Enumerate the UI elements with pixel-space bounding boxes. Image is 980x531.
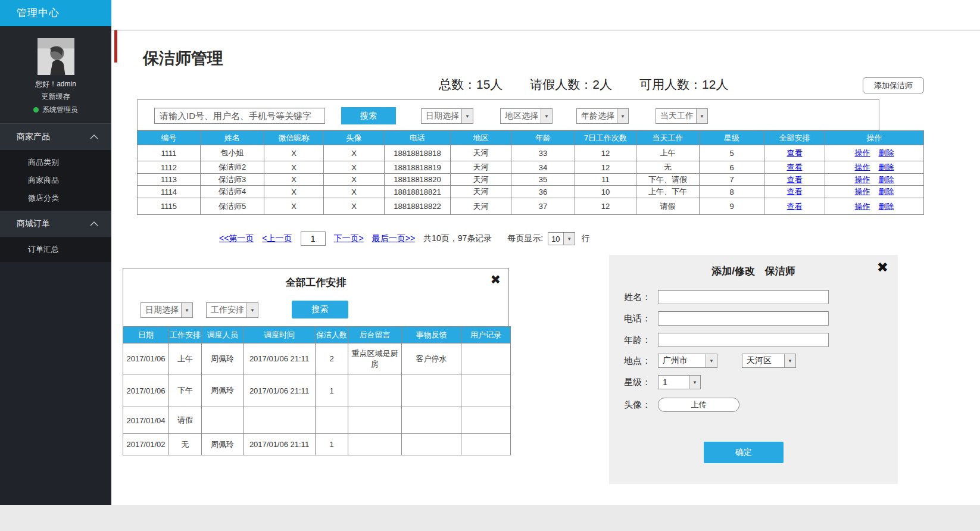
page-number-input[interactable] bbox=[301, 232, 326, 246]
pagination: <<第一页 <上一页 下一页> 最后一页>> 共10页，97条记录 每页显示: … bbox=[219, 231, 589, 246]
star-select[interactable]: 1 ▼ bbox=[658, 375, 701, 389]
role-label: 系统管理员 bbox=[42, 105, 78, 114]
sidebar-item[interactable]: 商家商品 bbox=[0, 171, 111, 189]
schedule-modal: 全部工作安排 ✖ 日期选择 ▼ 工作安排 ▼ 搜索 日期工作安排调度人员调度时间… bbox=[123, 268, 509, 455]
dropdown-arrow-icon: ▼ bbox=[689, 376, 700, 389]
sidebar-item[interactable]: 微店分类 bbox=[0, 189, 111, 207]
stat-on-leave: 请假人数：2人 bbox=[530, 76, 612, 93]
staff-cell-actions: 操作删除 bbox=[825, 198, 924, 215]
schedule-search-button[interactable]: 搜索 bbox=[292, 301, 348, 318]
refresh-cache-link[interactable]: 更新缓存 bbox=[0, 92, 111, 102]
city-select[interactable]: 广州市 ▼ bbox=[658, 354, 717, 368]
date-filter-select[interactable]: 日期选择 ▼ bbox=[421, 108, 473, 124]
schedule-cell bbox=[461, 407, 511, 434]
close-icon[interactable]: ✖ bbox=[877, 261, 888, 274]
staff-cell: 18818818819 bbox=[385, 161, 451, 174]
stat-available: 可用人数：12人 bbox=[639, 76, 728, 93]
sidebar-item[interactable]: 商品类别 bbox=[0, 154, 111, 171]
profile-section: 您好！admin 更新缓存 系统管理员 bbox=[0, 26, 111, 124]
edit-staff-link[interactable]: 操作 bbox=[855, 187, 870, 196]
dropdown-arrow-icon: ▼ bbox=[696, 109, 707, 123]
next-page-link[interactable]: 下一页> bbox=[334, 233, 364, 244]
first-page-link[interactable]: <<第一页 bbox=[219, 233, 254, 244]
schedule-cell bbox=[244, 407, 316, 434]
staff-cell-actions: 操作删除 bbox=[825, 161, 924, 174]
staff-cell: 37 bbox=[511, 198, 575, 215]
staff-cell: 上午 bbox=[636, 145, 700, 161]
sidebar-menu: 商家产品商品类别商家商品微店分类商城订单订单汇总 bbox=[0, 124, 111, 262]
confirm-button[interactable]: 确定 bbox=[704, 442, 784, 463]
staff-col-header: 7日工作次数 bbox=[575, 131, 636, 145]
edit-staff-link[interactable]: 操作 bbox=[855, 175, 870, 184]
sidebar-section-1[interactable]: 商城订单 bbox=[0, 211, 111, 237]
staff-cell: X bbox=[264, 161, 324, 174]
staff-col-header: 地区 bbox=[451, 131, 511, 145]
schedule-cell: 周佩玲 bbox=[202, 374, 244, 407]
schedule-col-header: 调度人员 bbox=[202, 327, 244, 343]
search-input[interactable] bbox=[154, 108, 325, 124]
upload-button[interactable]: 上传 bbox=[658, 398, 739, 412]
staff-cell: 包小姐 bbox=[201, 145, 264, 161]
age-field[interactable] bbox=[658, 333, 829, 347]
stat-total: 总数：15人 bbox=[439, 76, 503, 93]
delete-staff-link[interactable]: 删除 bbox=[879, 202, 894, 211]
prev-page-link[interactable]: <上一页 bbox=[262, 233, 292, 244]
edit-staff-link[interactable]: 操作 bbox=[855, 148, 870, 157]
delete-staff-link[interactable]: 删除 bbox=[879, 187, 894, 196]
schedule-cell: 2017/01/06 21:11 bbox=[244, 374, 316, 407]
staff-cell: 天河 bbox=[451, 198, 511, 215]
schedule-shift-select[interactable]: 工作安排 ▼ bbox=[206, 302, 258, 318]
staff-row: 1113保洁师3XX18818818820天河3511下午、请假7查看操作删除 bbox=[138, 174, 924, 186]
staff-cell: X bbox=[324, 198, 385, 215]
select-value: 年龄选择 bbox=[577, 109, 617, 123]
schedule-cell bbox=[461, 374, 511, 407]
edit-staff-link[interactable]: 操作 bbox=[855, 163, 870, 171]
schedule-cell: 2017/01/06 bbox=[123, 343, 169, 374]
staff-cell: X bbox=[324, 145, 385, 161]
staff-cell: 1113 bbox=[138, 174, 201, 186]
dropdown-arrow-icon: ▼ bbox=[461, 109, 473, 123]
schedule-col-header: 日期 bbox=[123, 327, 169, 343]
delete-staff-link[interactable]: 删除 bbox=[879, 163, 894, 171]
staff-cell-actions: 操作删除 bbox=[825, 186, 924, 198]
sidebar-section-0[interactable]: 商家产品 bbox=[0, 124, 111, 150]
staff-cell-schedule: 查看 bbox=[764, 145, 825, 161]
chevron-up-icon bbox=[90, 221, 98, 226]
per-page-select[interactable]: 10 ▼ bbox=[548, 232, 575, 245]
staff-col-header: 电话 bbox=[385, 131, 451, 145]
avatar-photo bbox=[38, 38, 74, 75]
view-schedule-link[interactable]: 查看 bbox=[787, 148, 803, 157]
close-icon[interactable]: ✖ bbox=[490, 273, 501, 286]
schedule-date-select[interactable]: 日期选择 ▼ bbox=[141, 302, 193, 318]
staff-col-header: 年龄 bbox=[511, 131, 575, 145]
schedule-cell bbox=[202, 407, 244, 434]
sidebar-item[interactable]: 订单汇总 bbox=[0, 240, 111, 258]
view-schedule-link[interactable]: 查看 bbox=[787, 175, 803, 184]
schedule-cell bbox=[316, 407, 348, 434]
staff-cell: 18818818818 bbox=[385, 145, 451, 161]
name-field[interactable] bbox=[658, 290, 829, 304]
schedule-col-header: 保洁人数 bbox=[316, 327, 348, 343]
staff-cell: X bbox=[264, 198, 324, 215]
search-button[interactable]: 搜索 bbox=[341, 107, 396, 124]
delete-staff-link[interactable]: 删除 bbox=[879, 148, 894, 157]
view-schedule-link[interactable]: 查看 bbox=[787, 163, 803, 171]
schedule-cell: 请假 bbox=[169, 407, 202, 434]
delete-staff-link[interactable]: 删除 bbox=[879, 175, 894, 184]
age-filter-select[interactable]: 年龄选择 ▼ bbox=[576, 108, 629, 124]
edit-staff-link[interactable]: 操作 bbox=[855, 202, 870, 211]
region-filter-select[interactable]: 地区选择 ▼ bbox=[500, 108, 553, 124]
view-schedule-link[interactable]: 查看 bbox=[787, 187, 803, 196]
phone-field[interactable] bbox=[658, 311, 829, 326]
staff-cell: X bbox=[264, 145, 324, 161]
staff-cell: 36 bbox=[511, 186, 575, 198]
add-staff-button[interactable]: 添加保洁师 bbox=[863, 77, 924, 93]
last-page-link[interactable]: 最后一页>> bbox=[372, 233, 415, 244]
role-text: 系统管理员 bbox=[0, 105, 111, 115]
view-schedule-link[interactable]: 查看 bbox=[787, 202, 803, 211]
staff-cell: 11 bbox=[575, 174, 636, 186]
today-work-filter-select[interactable]: 当天工作 ▼ bbox=[656, 108, 708, 124]
district-select[interactable]: 天河区 ▼ bbox=[742, 354, 796, 368]
staff-cell: 下午、请假 bbox=[636, 174, 700, 186]
schedule-cell: 1 bbox=[316, 374, 348, 407]
